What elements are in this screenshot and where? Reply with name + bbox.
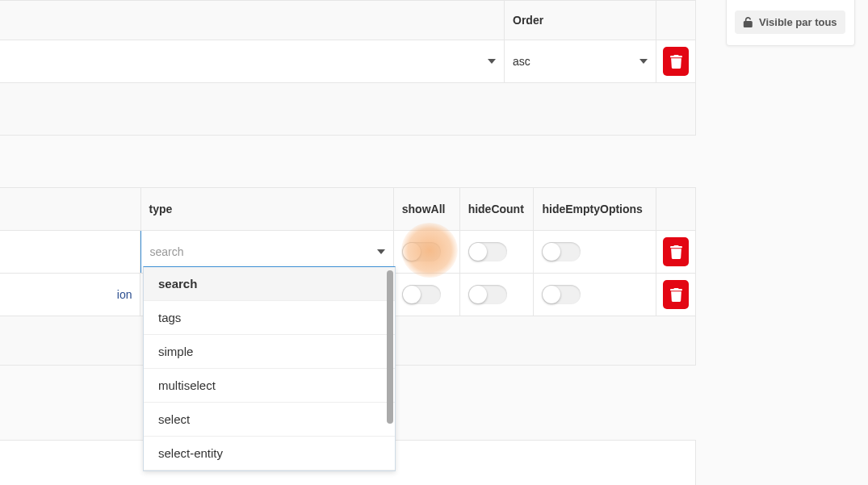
hideempty-toggle[interactable]	[542, 285, 581, 304]
filter-type-placeholder: search	[149, 245, 183, 258]
delete-filter-button[interactable]	[663, 280, 689, 309]
visibility-label: Visible par tous	[759, 16, 837, 28]
order-data-row: asc	[0, 40, 695, 82]
trash-icon	[670, 55, 682, 69]
delete-order-button[interactable]	[663, 47, 689, 76]
order-header-empty	[0, 1, 505, 40]
hidecount-toggle[interactable]	[468, 242, 507, 261]
type-dropdown-panel: search tags simple multiselect select se…	[143, 266, 396, 471]
hidecount-toggle[interactable]	[468, 285, 507, 304]
filters-header-hideempty: hideEmptyOptions	[534, 188, 656, 230]
order-header-trash-spacer	[656, 1, 695, 40]
filters-header-trash-spacer	[656, 188, 695, 230]
caret-down-icon	[639, 59, 648, 64]
order-header-label: Order	[505, 1, 656, 40]
dropdown-option[interactable]: simple	[144, 335, 395, 369]
filters-header-type: type	[141, 188, 394, 230]
delete-filter-button[interactable]	[663, 237, 689, 266]
caret-down-icon	[377, 249, 385, 254]
dropdown-option[interactable]: tags	[144, 301, 395, 335]
dropdown-scrollbar[interactable]	[387, 270, 393, 424]
visibility-sidebar: Visible par tous	[726, 0, 855, 46]
filter-field-cell	[0, 231, 140, 273]
order-direction-select[interactable]: asc	[505, 40, 656, 82]
filters-header-row: type showAll hideCount hideEmptyOptions	[0, 188, 695, 231]
showall-toggle[interactable]	[402, 242, 441, 261]
hideempty-toggle[interactable]	[542, 242, 581, 261]
visibility-chip[interactable]: Visible par tous	[735, 10, 845, 34]
filters-header-showall: showAll	[394, 188, 460, 230]
trash-icon	[670, 288, 682, 302]
filter-field-link[interactable]: ion	[117, 288, 132, 301]
order-header-row: Order	[0, 1, 695, 40]
order-direction-value: asc	[513, 55, 530, 68]
unlock-icon	[743, 17, 753, 27]
dropdown-option[interactable]: select-entity	[144, 437, 395, 470]
dropdown-option[interactable]: select	[144, 403, 395, 437]
showall-toggle[interactable]	[402, 285, 441, 304]
caret-down-icon	[488, 59, 496, 64]
dropdown-option[interactable]: search	[144, 267, 395, 301]
trash-icon	[670, 245, 682, 259]
order-table-footer	[0, 82, 695, 135]
filters-header-hidecount: hideCount	[460, 188, 535, 230]
order-table: Order asc	[0, 0, 696, 136]
dropdown-option[interactable]: multiselect	[144, 369, 395, 403]
order-field-select[interactable]	[0, 40, 505, 82]
filters-header-left	[0, 188, 141, 230]
filter-field-cell: ion	[0, 274, 140, 316]
